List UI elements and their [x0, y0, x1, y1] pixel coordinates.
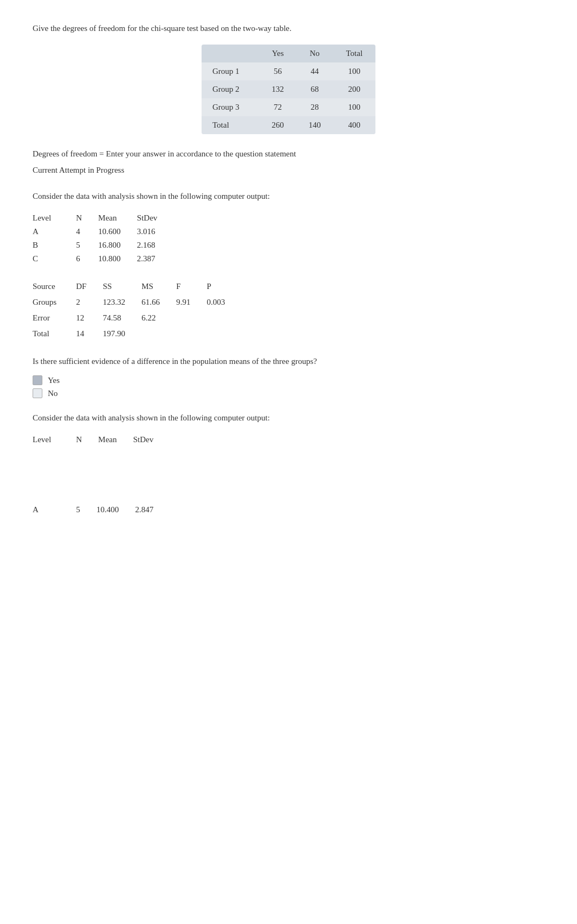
chi-total-label: Total	[202, 116, 259, 134]
dt2-a-mean: 10.400	[97, 503, 135, 517]
anova-error-source: Error	[33, 310, 76, 326]
anova-header-row: Source DF SS MS F P	[33, 279, 241, 294]
dt1-a-stdev: 3.016	[137, 225, 174, 238]
radio-box-no[interactable]	[33, 388, 42, 398]
anova-total-df: 14	[76, 326, 103, 342]
anova-table-1: Source DF SS MS F P Groups 2 123.32 61.6…	[33, 279, 241, 342]
anova-groups-f: 9.91	[176, 294, 206, 310]
chi-total-no: 140	[296, 116, 333, 134]
data-table-1-header: Level N Mean StDev	[33, 211, 174, 225]
chi-header-total: Total	[333, 45, 375, 62]
spacer-2	[33, 481, 544, 503]
radio-label-yes: Yes	[48, 376, 60, 385]
anova-error-ss: 74.58	[103, 310, 141, 326]
dt1-b-n: 5	[76, 238, 98, 252]
chi-group2-label: Group 2	[202, 80, 259, 98]
anova-groups-df: 2	[76, 294, 103, 310]
dt2-header-n: N	[76, 433, 98, 447]
radio-group-1: Yes No	[33, 375, 544, 398]
anova-error-ms: 6.22	[141, 310, 176, 326]
dt1-row-a: A 4 10.600 3.016	[33, 225, 174, 238]
chi-group2-total: 200	[333, 80, 375, 98]
anova-total-ss: 197.90	[103, 326, 141, 342]
chi-group3-label: Group 3	[202, 98, 259, 116]
anova-total-f	[176, 326, 206, 342]
chi-row-group1: Group 1 56 44 100	[202, 62, 375, 80]
chi-header-empty	[202, 45, 259, 62]
anova-error-f	[176, 310, 206, 326]
dt1-header-stdev: StDev	[137, 211, 174, 225]
dt1-a-mean: 10.600	[98, 225, 137, 238]
dt1-header-n: N	[76, 211, 98, 225]
dt2-header-level: Level	[33, 433, 76, 447]
anova-header-ms: MS	[141, 279, 176, 294]
consider-text-1-content: Consider the data with analysis shown in…	[33, 192, 270, 200]
chi-square-table: Yes No Total Group 1 56 44 100 Group 2 1…	[202, 45, 375, 134]
degrees-text-content: Degrees of freedom = Enter your answer i…	[33, 149, 296, 158]
spacer-1	[33, 460, 544, 481]
anova-header-source: Source	[33, 279, 76, 294]
question-1: Is there sufficient evidence of a differ…	[33, 355, 544, 368]
anova-error-p	[206, 310, 241, 326]
chi-group2-no: 68	[296, 80, 333, 98]
anova-groups-ss: 123.32	[103, 294, 141, 310]
question-1-text: Is there sufficient evidence of a differ…	[33, 357, 317, 366]
chi-row-total: Total 260 140 400	[202, 116, 375, 134]
dt1-header-level: Level	[33, 211, 76, 225]
consider-text-2-content: Consider the data with analysis shown in…	[33, 413, 270, 422]
dt1-header-mean: Mean	[98, 211, 137, 225]
anova-groups-source: Groups	[33, 294, 76, 310]
dt1-c-n: 6	[76, 252, 98, 266]
chi-group1-no: 44	[296, 62, 333, 80]
dt2-row-a: A 5 10.400 2.847	[33, 503, 170, 517]
dt1-a-n: 4	[76, 225, 98, 238]
chi-row-group3: Group 3 72 28 100	[202, 98, 375, 116]
chi-group3-total: 100	[333, 98, 375, 116]
chi-header-yes: Yes	[259, 45, 296, 62]
degrees-text: Degrees of freedom = Enter your answer i…	[33, 147, 544, 160]
intro-question-text: Give the degrees of freedom for the chi-…	[33, 24, 291, 33]
dt1-c-mean: 10.800	[98, 252, 137, 266]
radio-item-yes[interactable]: Yes	[33, 375, 544, 385]
dt2-a-n: 5	[76, 503, 97, 517]
anova-total-p	[206, 326, 241, 342]
chi-table-header-row: Yes No Total	[202, 45, 375, 62]
current-attempt: Current Attempt in Progress	[33, 164, 544, 177]
dt2-a-level: A	[33, 503, 76, 517]
radio-item-no[interactable]: No	[33, 388, 544, 398]
chi-group1-yes: 56	[259, 62, 296, 80]
chi-total-total: 400	[333, 116, 375, 134]
current-attempt-text: Current Attempt in Progress	[33, 166, 124, 174]
data-table-2: Level N Mean StDev	[33, 433, 170, 447]
chi-group3-yes: 72	[259, 98, 296, 116]
consider-text-1: Consider the data with analysis shown in…	[33, 190, 544, 203]
chi-header-no: No	[296, 45, 333, 62]
anova-groups-ms: 61.66	[141, 294, 176, 310]
dt1-row-c: C 6 10.800 2.387	[33, 252, 174, 266]
consider-text-2: Consider the data with analysis shown in…	[33, 411, 544, 424]
anova-error-df: 12	[76, 310, 103, 326]
anova-header-p: P	[206, 279, 241, 294]
dt1-row-b: B 5 16.800 2.168	[33, 238, 174, 252]
anova-total-ms	[141, 326, 176, 342]
chi-group1-label: Group 1	[202, 62, 259, 80]
anova-row-total: Total 14 197.90	[33, 326, 241, 342]
dt2-header-mean: Mean	[98, 433, 133, 447]
anova-row-error: Error 12 74.58 6.22	[33, 310, 241, 326]
chi-row-group2: Group 2 132 68 200	[202, 80, 375, 98]
dt1-c-stdev: 2.387	[137, 252, 174, 266]
data-table-2-header: Level N Mean StDev	[33, 433, 170, 447]
chi-group3-no: 28	[296, 98, 333, 116]
radio-box-yes[interactable]	[33, 375, 42, 385]
data-table-1: Level N Mean StDev A 4 10.600 3.016 B 5 …	[33, 211, 174, 266]
dt1-c-level: C	[33, 252, 76, 266]
anova-groups-p: 0.003	[206, 294, 241, 310]
dt1-b-mean: 16.800	[98, 238, 137, 252]
dt1-b-stdev: 2.168	[137, 238, 174, 252]
radio-label-no: No	[48, 389, 58, 398]
data-table-2-rows: A 5 10.400 2.847	[33, 503, 170, 517]
dt1-b-level: B	[33, 238, 76, 252]
chi-total-yes: 260	[259, 116, 296, 134]
dt1-a-level: A	[33, 225, 76, 238]
anova-total-source: Total	[33, 326, 76, 342]
